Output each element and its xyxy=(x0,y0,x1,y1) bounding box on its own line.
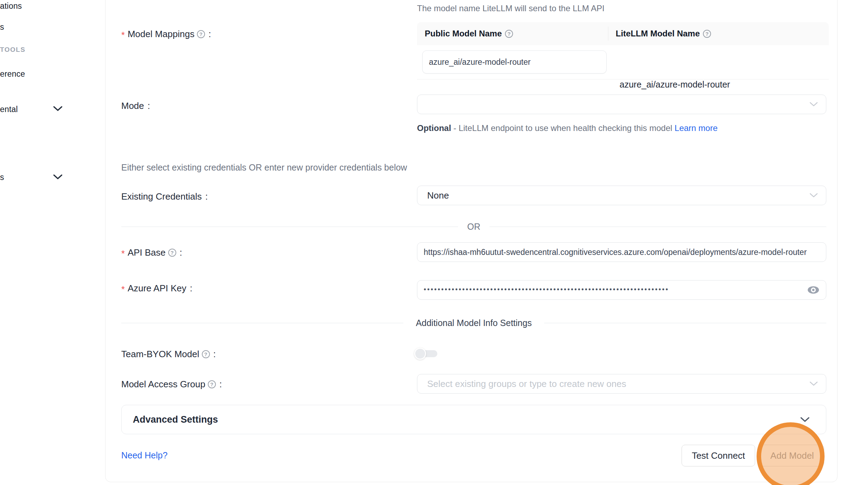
help-icon[interactable]: ? xyxy=(703,30,711,38)
model-mappings-table-header: Public Model Name ? LiteLLM Model Name ? xyxy=(417,22,829,45)
credentials-note: Either select existing credentials OR en… xyxy=(121,162,407,173)
sidebar-item-erence[interactable]: erence xyxy=(0,69,25,79)
chevron-down-icon xyxy=(809,381,818,387)
sidebar-item-s1[interactable]: s xyxy=(0,22,4,32)
select-placeholder: Select existing groups or type to create… xyxy=(417,379,626,389)
sidebar-item-ations[interactable]: ations xyxy=(0,1,22,11)
toggle-password-visibility-button[interactable] xyxy=(806,284,820,296)
mode-help-text: Optional - LiteLLM endpoint to use when … xyxy=(417,121,762,135)
chevron-down-icon xyxy=(800,416,810,423)
azure-api-key-input[interactable]: ••••••••••••••••••••••••••••••••••••••••… xyxy=(417,280,826,300)
sidebar-item-label: s xyxy=(0,173,4,182)
model-mappings-label: * Model Mappings ? : xyxy=(121,28,211,40)
sidebar-item-label: erence xyxy=(0,69,25,79)
existing-credentials-select[interactable]: None xyxy=(417,186,826,205)
required-asterisk: * xyxy=(121,30,125,41)
required-asterisk: * xyxy=(121,284,125,295)
table-row-divider xyxy=(417,79,829,79)
model-access-group-select[interactable]: Select existing groups or type to create… xyxy=(417,374,826,394)
mode-label: Mode : xyxy=(121,100,150,112)
sidebar-item-s2[interactable]: s xyxy=(0,173,4,182)
team-byok-toggle[interactable] xyxy=(416,350,437,357)
eye-icon xyxy=(807,285,820,295)
model-access-group-label: Model Access Group ? : xyxy=(121,378,222,390)
help-icon[interactable]: ? xyxy=(505,30,513,38)
sidebar-section-tools: TOOLS xyxy=(0,46,26,54)
chevron-down-icon[interactable] xyxy=(53,106,62,111)
sidebar-item-label: ental xyxy=(0,105,18,114)
public-model-name-header: Public Model Name ? xyxy=(417,29,608,39)
need-help-link[interactable]: Need Help? xyxy=(121,450,168,460)
masked-password-value: ••••••••••••••••••••••••••••••••••••••••… xyxy=(417,285,669,293)
help-icon[interactable]: ? xyxy=(168,249,176,257)
header-divider xyxy=(608,27,608,41)
help-icon[interactable]: ? xyxy=(197,30,205,38)
litellm-model-name-help-text: The model name LiteLLM will send to the … xyxy=(417,4,604,13)
team-byok-label: Team-BYOK Model ? : xyxy=(121,348,216,360)
toggle-knob xyxy=(414,348,426,360)
or-divider: OR xyxy=(121,221,826,232)
add-model-screen: ations s TOOLS erence ental s The model … xyxy=(0,0,868,485)
sidebar-item-label: s xyxy=(0,22,4,32)
litellm-model-name-header: LiteLLM Model Name ? xyxy=(608,29,711,39)
sidebar-item-label: ations xyxy=(0,1,22,11)
advanced-settings-title: Advanced Settings xyxy=(122,414,218,425)
additional-settings-divider: Additional Model Info Settings xyxy=(121,318,826,328)
sidebar-item-ental[interactable]: ental xyxy=(0,105,18,114)
api-base-input[interactable]: https://ishaa-mh6uutut-swedencentral.cog… xyxy=(417,242,826,262)
existing-credentials-label: Existing Credentials : xyxy=(121,190,208,202)
api-base-label: * API Base ? : xyxy=(121,247,182,258)
required-asterisk: * xyxy=(121,248,125,259)
model-mappings-table: Public Model Name ? LiteLLM Model Name ?… xyxy=(417,22,829,45)
chevron-down-icon xyxy=(809,193,818,198)
help-icon[interactable]: ? xyxy=(208,380,216,388)
chevron-down-icon[interactable] xyxy=(53,174,62,180)
test-connect-button[interactable]: Test Connect xyxy=(682,445,755,466)
azure-api-key-label: * Azure API Key : xyxy=(121,282,192,294)
advanced-settings-panel[interactable]: Advanced Settings xyxy=(121,405,826,434)
public-model-name-input[interactable] xyxy=(422,50,607,74)
learn-more-link[interactable]: Learn more xyxy=(675,123,718,133)
mode-select[interactable] xyxy=(417,95,826,114)
litellm-model-name-value: azure_ai/azure-model-router xyxy=(620,79,730,90)
help-icon[interactable]: ? xyxy=(202,350,210,358)
add-model-button[interactable]: Add Model xyxy=(760,445,824,466)
chevron-down-icon xyxy=(809,102,818,107)
